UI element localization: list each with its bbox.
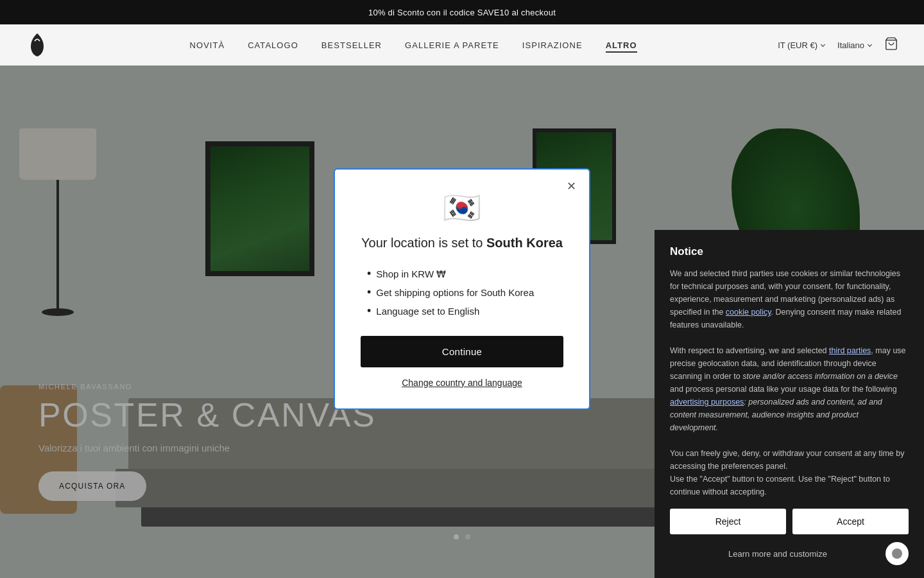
- logo[interactable]: [26, 32, 49, 58]
- announcement-text: 10% di Sconto con il codice SAVE10 al ch…: [368, 8, 556, 17]
- cookie-toggle-icon: [892, 548, 902, 559]
- modal-currency-info: Shop in KRW ₩: [367, 267, 563, 281]
- locale-language-label: Italiano: [837, 40, 864, 50]
- navbar: NOVITÀ CATALOGO BESTSELLER GALLERIE A PA…: [0, 24, 924, 66]
- nav-item-gallerie[interactable]: GALLERIE A PARETE: [405, 39, 499, 51]
- nav-links: NOVITÀ CATALOGO BESTSELLER GALLERIE A PA…: [190, 39, 637, 51]
- cart-button[interactable]: [884, 37, 898, 53]
- third-parties-link[interactable]: third parties: [829, 346, 871, 355]
- modal-title-country: South Korea: [486, 236, 563, 250]
- modal-close-button[interactable]: ✕: [562, 177, 580, 195]
- nav-item-catalogo[interactable]: CATALOGO: [248, 39, 298, 51]
- modal-language-info: Language set to English: [367, 304, 563, 318]
- nav-right: IT (EUR €) Italiano: [778, 37, 898, 53]
- logo-icon: [26, 32, 49, 58]
- cookie-notice-title: Notice: [670, 245, 909, 258]
- cookie-accept-button[interactable]: Accept: [792, 509, 909, 534]
- cookie-notice-panel: Notice We and selected third parties use…: [654, 230, 924, 578]
- cookie-body-text-3: With respect to advertising, we and sele…: [670, 346, 829, 355]
- advertising-purposes-link[interactable]: advertising purposes: [670, 398, 744, 407]
- cookie-toggle-button[interactable]: [886, 542, 909, 565]
- cookie-learn-more-button[interactable]: Learn more and customize: [670, 549, 886, 559]
- modal-shipping-info: Get shipping options for South Korea: [367, 286, 563, 299]
- nav-item-bestseller[interactable]: BESTSELLER: [321, 39, 382, 51]
- cookie-body-text-7: Use the "Accept" button to consent. Use …: [670, 475, 890, 496]
- cookie-body-em-1: store and/or access information on a dev…: [742, 372, 898, 381]
- currency-chevron-icon: [821, 42, 825, 46]
- country-flag-icon: 🇰🇷: [361, 193, 563, 223]
- nav-item-novita[interactable]: NOVITÀ: [190, 39, 225, 51]
- cart-icon: [884, 37, 898, 51]
- cookie-body-text-6: You can freely give, deny, or withdraw y…: [670, 449, 904, 471]
- locale-currency-selector[interactable]: IT (EUR €): [778, 40, 825, 50]
- modal-continue-button[interactable]: Continue: [361, 336, 563, 367]
- modal-info-list: Shop in KRW ₩ Get shipping options for S…: [361, 267, 563, 318]
- cookie-body-text-5: and process personal data like your usag…: [670, 385, 897, 394]
- cookie-learn-row: Learn more and customize: [670, 542, 909, 565]
- location-modal: ✕ 🇰🇷 Your location is set to South Korea…: [334, 168, 590, 410]
- locale-currency-label: IT (EUR €): [778, 40, 817, 50]
- cookie-policy-link[interactable]: cookie policy: [726, 308, 771, 317]
- locale-language-selector[interactable]: Italiano: [837, 40, 871, 50]
- modal-title-prefix: Your location is set to: [361, 236, 486, 250]
- announcement-bar: 10% di Sconto con il codice SAVE10 al ch…: [0, 0, 924, 24]
- cookie-action-buttons: Reject Accept: [670, 509, 909, 534]
- cookie-reject-button[interactable]: Reject: [670, 509, 786, 534]
- modal-title: Your location is set to South Korea: [361, 234, 563, 252]
- modal-change-country-button[interactable]: Change country and language: [361, 378, 563, 388]
- nav-item-ispirazione[interactable]: ISPIRAZIONE: [522, 39, 583, 51]
- language-chevron-icon: [868, 42, 872, 46]
- nav-item-altro[interactable]: ALTRO: [606, 39, 637, 51]
- cookie-notice-body: We and selected third parties use cookie…: [670, 267, 909, 498]
